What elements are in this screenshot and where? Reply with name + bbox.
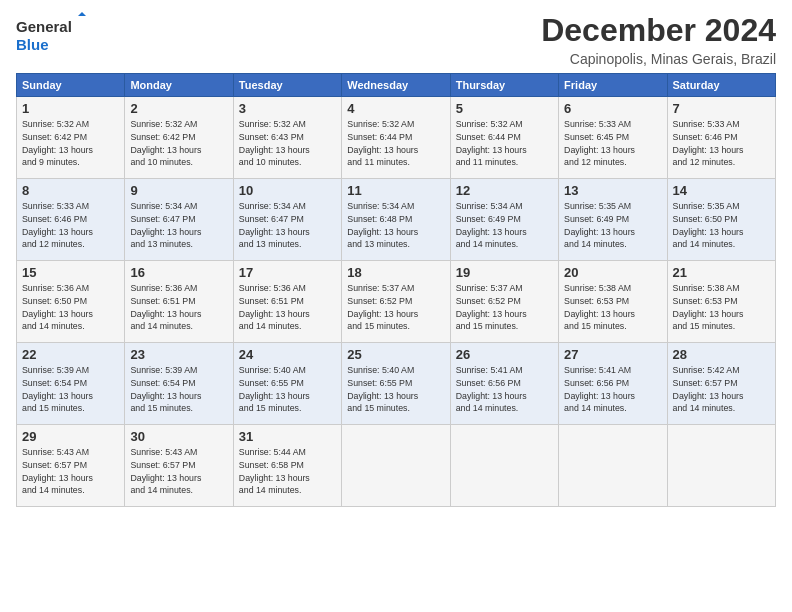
calendar-week-5: 29Sunrise: 5:43 AMSunset: 6:57 PMDayligh… — [17, 425, 776, 507]
calendar-cell: 28Sunrise: 5:42 AMSunset: 6:57 PMDayligh… — [667, 343, 775, 425]
day-number: 28 — [673, 347, 770, 362]
day-info: Sunrise: 5:32 AMSunset: 6:43 PMDaylight:… — [239, 118, 336, 169]
day-info: Sunrise: 5:38 AMSunset: 6:53 PMDaylight:… — [564, 282, 661, 333]
header: General Blue December 2024 Capinopolis, … — [16, 12, 776, 67]
day-number: 3 — [239, 101, 336, 116]
svg-text:General: General — [16, 18, 72, 35]
day-info: Sunrise: 5:36 AMSunset: 6:51 PMDaylight:… — [130, 282, 227, 333]
weekday-header-saturday: Saturday — [667, 74, 775, 97]
calendar-cell: 10Sunrise: 5:34 AMSunset: 6:47 PMDayligh… — [233, 179, 341, 261]
logo-svg: General Blue — [16, 12, 86, 57]
logo: General Blue — [16, 12, 86, 57]
main-container: General Blue December 2024 Capinopolis, … — [0, 0, 792, 519]
day-info: Sunrise: 5:33 AMSunset: 6:46 PMDaylight:… — [22, 200, 119, 251]
calendar-cell: 29Sunrise: 5:43 AMSunset: 6:57 PMDayligh… — [17, 425, 125, 507]
day-number: 18 — [347, 265, 444, 280]
day-info: Sunrise: 5:41 AMSunset: 6:56 PMDaylight:… — [564, 364, 661, 415]
calendar-cell: 11Sunrise: 5:34 AMSunset: 6:48 PMDayligh… — [342, 179, 450, 261]
day-info: Sunrise: 5:37 AMSunset: 6:52 PMDaylight:… — [456, 282, 553, 333]
calendar-table: SundayMondayTuesdayWednesdayThursdayFrid… — [16, 73, 776, 507]
day-info: Sunrise: 5:38 AMSunset: 6:53 PMDaylight:… — [673, 282, 770, 333]
weekday-header-wednesday: Wednesday — [342, 74, 450, 97]
calendar-cell: 13Sunrise: 5:35 AMSunset: 6:49 PMDayligh… — [559, 179, 667, 261]
calendar-cell: 25Sunrise: 5:40 AMSunset: 6:55 PMDayligh… — [342, 343, 450, 425]
calendar-cell: 1Sunrise: 5:32 AMSunset: 6:42 PMDaylight… — [17, 97, 125, 179]
calendar-cell: 12Sunrise: 5:34 AMSunset: 6:49 PMDayligh… — [450, 179, 558, 261]
day-info: Sunrise: 5:32 AMSunset: 6:44 PMDaylight:… — [456, 118, 553, 169]
calendar-cell: 26Sunrise: 5:41 AMSunset: 6:56 PMDayligh… — [450, 343, 558, 425]
day-number: 20 — [564, 265, 661, 280]
day-number: 17 — [239, 265, 336, 280]
calendar-cell: 3Sunrise: 5:32 AMSunset: 6:43 PMDaylight… — [233, 97, 341, 179]
calendar-week-3: 15Sunrise: 5:36 AMSunset: 6:50 PMDayligh… — [17, 261, 776, 343]
day-info: Sunrise: 5:39 AMSunset: 6:54 PMDaylight:… — [130, 364, 227, 415]
day-number: 15 — [22, 265, 119, 280]
calendar-cell: 15Sunrise: 5:36 AMSunset: 6:50 PMDayligh… — [17, 261, 125, 343]
day-number: 24 — [239, 347, 336, 362]
calendar-cell: 6Sunrise: 5:33 AMSunset: 6:45 PMDaylight… — [559, 97, 667, 179]
day-number: 8 — [22, 183, 119, 198]
day-number: 23 — [130, 347, 227, 362]
day-info: Sunrise: 5:36 AMSunset: 6:51 PMDaylight:… — [239, 282, 336, 333]
calendar-cell: 5Sunrise: 5:32 AMSunset: 6:44 PMDaylight… — [450, 97, 558, 179]
calendar-cell — [342, 425, 450, 507]
day-number: 6 — [564, 101, 661, 116]
calendar-week-4: 22Sunrise: 5:39 AMSunset: 6:54 PMDayligh… — [17, 343, 776, 425]
location-subtitle: Capinopolis, Minas Gerais, Brazil — [541, 51, 776, 67]
day-number: 14 — [673, 183, 770, 198]
day-info: Sunrise: 5:34 AMSunset: 6:47 PMDaylight:… — [130, 200, 227, 251]
day-info: Sunrise: 5:42 AMSunset: 6:57 PMDaylight:… — [673, 364, 770, 415]
day-number: 13 — [564, 183, 661, 198]
day-number: 19 — [456, 265, 553, 280]
day-number: 25 — [347, 347, 444, 362]
weekday-header-friday: Friday — [559, 74, 667, 97]
calendar-cell: 16Sunrise: 5:36 AMSunset: 6:51 PMDayligh… — [125, 261, 233, 343]
calendar-cell: 8Sunrise: 5:33 AMSunset: 6:46 PMDaylight… — [17, 179, 125, 261]
day-number: 12 — [456, 183, 553, 198]
calendar-cell: 23Sunrise: 5:39 AMSunset: 6:54 PMDayligh… — [125, 343, 233, 425]
day-number: 11 — [347, 183, 444, 198]
calendar-cell: 18Sunrise: 5:37 AMSunset: 6:52 PMDayligh… — [342, 261, 450, 343]
calendar-cell — [450, 425, 558, 507]
day-info: Sunrise: 5:43 AMSunset: 6:57 PMDaylight:… — [130, 446, 227, 497]
weekday-header-monday: Monday — [125, 74, 233, 97]
day-info: Sunrise: 5:34 AMSunset: 6:48 PMDaylight:… — [347, 200, 444, 251]
day-info: Sunrise: 5:40 AMSunset: 6:55 PMDaylight:… — [347, 364, 444, 415]
day-number: 26 — [456, 347, 553, 362]
day-info: Sunrise: 5:35 AMSunset: 6:50 PMDaylight:… — [673, 200, 770, 251]
calendar-cell: 31Sunrise: 5:44 AMSunset: 6:58 PMDayligh… — [233, 425, 341, 507]
day-info: Sunrise: 5:41 AMSunset: 6:56 PMDaylight:… — [456, 364, 553, 415]
calendar-cell: 19Sunrise: 5:37 AMSunset: 6:52 PMDayligh… — [450, 261, 558, 343]
day-number: 4 — [347, 101, 444, 116]
day-info: Sunrise: 5:32 AMSunset: 6:42 PMDaylight:… — [130, 118, 227, 169]
calendar-cell: 17Sunrise: 5:36 AMSunset: 6:51 PMDayligh… — [233, 261, 341, 343]
day-number: 31 — [239, 429, 336, 444]
day-info: Sunrise: 5:37 AMSunset: 6:52 PMDaylight:… — [347, 282, 444, 333]
title-block: December 2024 Capinopolis, Minas Gerais,… — [541, 12, 776, 67]
calendar-cell: 7Sunrise: 5:33 AMSunset: 6:46 PMDaylight… — [667, 97, 775, 179]
day-number: 29 — [22, 429, 119, 444]
calendar-cell: 30Sunrise: 5:43 AMSunset: 6:57 PMDayligh… — [125, 425, 233, 507]
calendar-week-1: 1Sunrise: 5:32 AMSunset: 6:42 PMDaylight… — [17, 97, 776, 179]
day-info: Sunrise: 5:34 AMSunset: 6:49 PMDaylight:… — [456, 200, 553, 251]
day-number: 30 — [130, 429, 227, 444]
day-info: Sunrise: 5:33 AMSunset: 6:45 PMDaylight:… — [564, 118, 661, 169]
day-number: 16 — [130, 265, 227, 280]
day-info: Sunrise: 5:36 AMSunset: 6:50 PMDaylight:… — [22, 282, 119, 333]
day-number: 2 — [130, 101, 227, 116]
day-number: 22 — [22, 347, 119, 362]
calendar-cell: 21Sunrise: 5:38 AMSunset: 6:53 PMDayligh… — [667, 261, 775, 343]
calendar-cell: 22Sunrise: 5:39 AMSunset: 6:54 PMDayligh… — [17, 343, 125, 425]
day-info: Sunrise: 5:32 AMSunset: 6:44 PMDaylight:… — [347, 118, 444, 169]
day-info: Sunrise: 5:39 AMSunset: 6:54 PMDaylight:… — [22, 364, 119, 415]
day-info: Sunrise: 5:44 AMSunset: 6:58 PMDaylight:… — [239, 446, 336, 497]
day-number: 10 — [239, 183, 336, 198]
weekday-header-thursday: Thursday — [450, 74, 558, 97]
svg-marker-2 — [78, 12, 86, 16]
calendar-cell: 24Sunrise: 5:40 AMSunset: 6:55 PMDayligh… — [233, 343, 341, 425]
calendar-cell: 4Sunrise: 5:32 AMSunset: 6:44 PMDaylight… — [342, 97, 450, 179]
day-info: Sunrise: 5:34 AMSunset: 6:47 PMDaylight:… — [239, 200, 336, 251]
day-number: 7 — [673, 101, 770, 116]
calendar-cell — [667, 425, 775, 507]
svg-text:Blue: Blue — [16, 36, 49, 53]
